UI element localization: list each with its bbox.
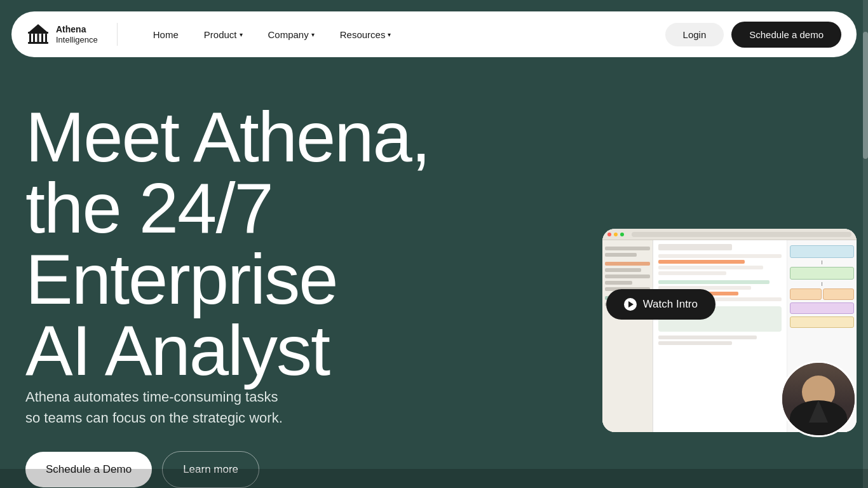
play-icon (624, 298, 637, 311)
nav-home[interactable]: Home (143, 24, 189, 45)
navbar: Athena Intelligence Home Product ▾ Compa… (11, 11, 857, 57)
hero-title: Meet Athena, the 24/7 Enterprise AI Anal… (25, 102, 521, 386)
svg-rect-2 (33, 34, 35, 43)
login-button[interactable]: Login (665, 23, 724, 46)
svg-rect-0 (28, 32, 48, 34)
svg-rect-4 (41, 34, 43, 43)
schedule-demo-nav-button[interactable]: Schedule a demo (731, 22, 841, 48)
company-chevron-icon: ▾ (311, 31, 315, 38)
scrollbar-thumb[interactable] (863, 32, 868, 159)
scrollbar[interactable] (863, 0, 868, 488)
svg-marker-7 (29, 24, 47, 32)
logo-text: Athena Intelligence (56, 24, 98, 44)
nav-company[interactable]: Company ▾ (258, 24, 325, 45)
nav-links: Home Product ▾ Company ▾ Resources ▾ (143, 24, 665, 45)
bottom-bar (0, 469, 868, 488)
person-thumbnail (780, 361, 857, 437)
play-triangle-icon (628, 301, 634, 308)
hero-subtitle: Athena automates time-consuming tasks so… (25, 386, 283, 428)
svg-rect-3 (37, 34, 39, 43)
resources-chevron-icon: ▾ (388, 31, 391, 38)
svg-rect-5 (45, 34, 47, 43)
watch-intro-button[interactable]: Watch Intro (606, 289, 715, 320)
nav-actions: Login Schedule a demo (665, 22, 841, 48)
brand-sub: Intelligence (56, 35, 98, 45)
logo-section[interactable]: Athena Intelligence (27, 23, 118, 46)
brand-name: Athena (56, 24, 98, 35)
nav-product[interactable]: Product ▾ (194, 24, 253, 45)
svg-rect-6 (28, 42, 48, 44)
svg-rect-1 (29, 34, 31, 43)
logo-icon (27, 23, 50, 46)
nav-resources[interactable]: Resources ▾ (330, 24, 402, 45)
product-chevron-icon: ▾ (240, 31, 243, 38)
